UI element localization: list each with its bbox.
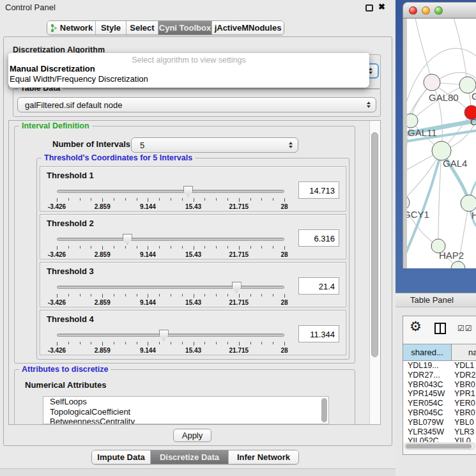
table-cell[interactable]: YBR0 [452,380,476,390]
close-icon[interactable]: ✖ [378,2,385,12]
table-row[interactable]: YLR345WYLR3 [403,427,476,437]
table-cell[interactable]: YBR043C [403,380,452,390]
threshold-value-field[interactable]: 21.4 [298,277,339,295]
tab-infer-network[interactable]: Infer Network [229,450,298,464]
slider-tick [261,246,262,249]
tab-jactivemnodules[interactable]: jActiveMNodules [212,21,284,35]
table-cell[interactable]: YBL0 [452,418,476,427]
table-row[interactable]: YPR145WYPR1 [403,389,476,399]
table-cell[interactable]: YDR2 [452,371,476,380]
network-canvas[interactable]: GAL80GACGAL11GAL4GCY1HHAP2 [407,19,476,268]
dropdown-item-manual-discretization[interactable]: Manual Discretization [8,64,369,74]
table-cell[interactable]: YDL1 [452,361,476,371]
dropdown-item-equal-width-frequency-discretization[interactable]: Equal Width/Frequency Discretization [8,74,369,84]
numerical-attributes-list[interactable]: SelfLoopsTopologicalCoefficientBetweenne… [43,396,329,424]
tab-style[interactable]: Style [96,21,127,35]
slider-tick-label: 28 [280,251,288,258]
attribute-item-betweennesscentrality[interactable]: BetweennessCentrality [43,417,328,424]
table-horizontal-scrollbar[interactable] [404,443,475,450]
threshold-value-field[interactable]: 6.316 [298,229,339,247]
table-row[interactable]: YBR045CYBR0 [403,408,476,418]
table-cell[interactable]: YLR3 [452,427,476,437]
network-window-frame: GAL80GACGAL11GAL4GCY1HHAP2 [403,19,476,268]
gear-icon[interactable]: ⚙ [410,319,422,334]
attribute-item-topologicalcoefficient[interactable]: TopologicalCoefficient [43,407,328,417]
list-scrollbar-thumb[interactable] [321,398,327,422]
table-cell[interactable]: YDL19... [403,361,452,371]
threshold-slider[interactable]: -3.4262.8599.14415.4321.71528 [57,233,284,258]
table-cell[interactable]: YLR345W [403,427,452,437]
table-row[interactable]: YBL079WYBL0 [403,418,476,427]
columns-icon[interactable] [434,323,446,334]
tab-discretize-data[interactable]: Discretize Data [151,450,229,464]
network-node-gal80[interactable] [424,74,440,91]
slider-thumb[interactable] [123,234,132,245]
slider-tick-label: 21.715 [229,347,249,354]
tab-network[interactable]: Network [47,21,96,35]
settings-scrollbar[interactable] [369,121,380,424]
slider-track[interactable] [57,286,284,289]
float-icon[interactable] [365,4,373,12]
network-node[interactable] [451,261,465,268]
slider-tick [204,342,205,344]
slider-tick-label: 9.144 [140,347,156,354]
tab-impute-data[interactable]: Impute Data [92,450,151,464]
threshold-value-field[interactable]: 11.344 [298,325,339,342]
slider-thumb[interactable] [232,282,242,293]
table-cell[interactable]: YPR1 [452,389,476,399]
settings-scrollbar-thumb[interactable] [371,132,378,357]
table-cell[interactable]: YBR045C [403,408,452,418]
slider-tick [159,294,160,296]
table-header-row: shared...na [403,344,476,361]
slider-thumb[interactable] [159,330,169,341]
table-row[interactable]: YBR043CYBR0 [403,380,476,390]
slider-track[interactable] [57,238,284,241]
table-data-combo[interactable]: galFiltered.sif default node [17,97,376,112]
threshold-slider[interactable]: -3.4262.8599.14415.4321.71528 [57,280,284,306]
slider-tick [194,294,194,298]
slider-tick [182,246,183,249]
slider-tick-label: 28 [280,203,288,210]
network-node-gcy1[interactable] [407,195,410,210]
number-of-intervals-combo[interactable]: 5 [131,137,298,153]
slider-track[interactable] [57,190,284,193]
minimize-traffic-light-icon[interactable] [422,6,430,15]
threshold-value-field[interactable]: 14.713 [298,181,339,199]
table-row[interactable]: YDL19...YDL1 [403,361,476,371]
threshold-slider[interactable]: -3.4262.8599.14415.4321.71528 [57,185,284,210]
network-edge [453,19,468,85]
table-cell[interactable]: YER054C [403,399,452,408]
slider-track[interactable] [57,334,284,337]
table-column-header-shared[interactable]: shared... [403,344,452,361]
table-row[interactable]: YIL052CYIL0 [403,436,476,442]
table-cell[interactable]: YBR0 [452,408,476,418]
table-row[interactable]: YER054CYER0 [403,399,476,408]
tab-cyni-toolbox[interactable]: Cyni Toolbox [158,21,212,35]
table-panel-titlebar[interactable]: Table Panel [395,293,476,307]
network-window-titlebar[interactable] [403,2,476,19]
apply-button[interactable]: Apply [173,429,211,442]
table-row[interactable]: YDR27...YDR2 [403,371,476,380]
table-cell[interactable]: YBL079W [403,418,452,427]
network-graph: GAL80GACGAL11GAL4GCY1HHAP2 [407,19,476,268]
table-cell[interactable]: YER0 [452,399,476,408]
slider-tick [204,246,205,249]
slider-tick [239,294,240,298]
table-panel-area: ⚙ ☑☑ shared...na YDL19...YDL1YDR27...YDR… [395,307,476,476]
slider-thumb[interactable] [183,186,193,197]
table-cell[interactable]: YIL052C [403,436,452,442]
slider-tick [171,294,171,296]
attribute-item-selfloops[interactable]: SelfLoops [43,397,328,407]
table-hscrollbar-thumb[interactable] [406,444,472,449]
table-cell[interactable]: YDR27... [403,371,452,380]
slider-tick [148,294,148,298]
close-traffic-light-icon[interactable] [409,6,417,15]
table-cell[interactable]: YIL0 [452,436,476,442]
table-cell[interactable]: YPR145W [403,389,452,399]
table-column-header-na[interactable]: na [452,344,476,361]
network-node-gal11[interactable] [407,114,418,128]
zoom-traffic-light-icon[interactable] [434,6,443,15]
tab-select[interactable]: Select [127,21,158,35]
threshold-slider[interactable]: -3.4262.8599.14415.4321.71528 [57,328,284,354]
checkbox-icons[interactable]: ☑☑ [457,324,473,333]
